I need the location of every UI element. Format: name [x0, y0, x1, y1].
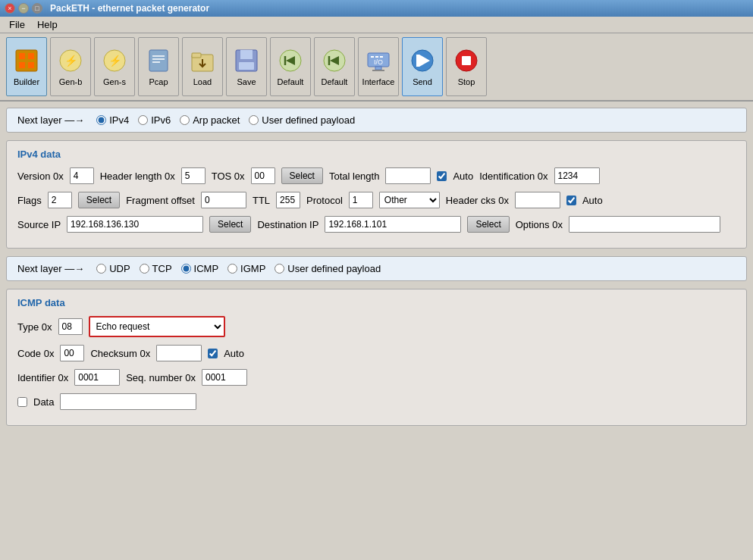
radio-user-payload-top[interactable]: User defined payload — [249, 114, 355, 126]
protocol-dropdown[interactable]: Other TCP UDP ICMP IGMP — [379, 192, 440, 208]
icmp-seq-input[interactable] — [202, 369, 247, 386]
protocol-label: Protocol — [306, 195, 343, 206]
radio-ipv4-input[interactable] — [96, 115, 106, 125]
tos-select-button[interactable]: Select — [281, 167, 323, 184]
dest-ip-input[interactable] — [325, 216, 461, 233]
source-ip-input[interactable] — [67, 216, 203, 233]
toolbar-load-button[interactable]: Load — [182, 37, 223, 96]
svg-rect-1 — [19, 53, 25, 59]
radio-tcp-input[interactable] — [140, 264, 149, 274]
pcap-icon — [145, 47, 172, 74]
close-button[interactable]: × — [5, 3, 15, 14]
icmp-data-input[interactable] — [60, 393, 196, 410]
icmp-code-row: Code 0x Checksum 0x Auto — [17, 345, 736, 361]
radio-udp[interactable]: UDP — [96, 263, 130, 274]
icmp-section: ICMP data Type 0x Echo request Echo repl… — [6, 289, 747, 426]
dest-ip-select-button[interactable]: Select — [467, 216, 509, 233]
toolbar-interface-button[interactable]: I/O Interface — [358, 37, 399, 96]
menu-help[interactable]: Help — [31, 17, 64, 32]
next-layer-top-radio-group: IPv4 IPv6 Arp packet User defined payloa… — [96, 114, 355, 126]
radio-ipv6-input[interactable] — [138, 115, 148, 125]
header-length-label: Header length 0x — [100, 171, 175, 182]
toolbar-default1-label: Default — [278, 77, 304, 86]
fragment-offset-input[interactable] — [201, 192, 246, 208]
menu-file[interactable]: File — [3, 17, 31, 32]
radio-tcp[interactable]: TCP — [140, 263, 172, 274]
toolbar-builder-button[interactable]: Builder — [6, 37, 47, 96]
icmp-checksum-input[interactable] — [156, 345, 202, 361]
radio-igmp[interactable]: IGMP — [227, 263, 265, 274]
icmp-code-input[interactable] — [60, 345, 84, 361]
maximize-button[interactable]: □ — [32, 3, 42, 14]
icmp-id-row: Identifier 0x Seq. number 0x — [17, 369, 736, 386]
source-ip-select-button[interactable]: Select — [209, 216, 251, 233]
identification-label: Identification 0x — [479, 171, 547, 182]
icmp-identifier-input[interactable] — [74, 369, 120, 386]
icmp-checksum-auto-label: Auto — [224, 348, 244, 359]
options-input[interactable] — [569, 216, 720, 233]
svg-text:⚡: ⚡ — [108, 55, 122, 67]
radio-icmp[interactable]: ICMP — [181, 263, 219, 274]
icmp-type-input[interactable] — [58, 318, 83, 335]
toolbar-pcap-button[interactable]: Pcap — [138, 37, 179, 96]
ipv4-section: IPv4 data Version 0x Header length 0x TO… — [6, 140, 747, 249]
title-bar-buttons[interactable]: × − □ — [5, 3, 42, 14]
toolbar-default1-button[interactable]: Default — [270, 37, 311, 96]
flags-select-button[interactable]: Select — [78, 192, 120, 208]
radio-icmp-input[interactable] — [181, 264, 191, 274]
icmp-identifier-label: Identifier 0x — [17, 372, 68, 383]
auto-checkbox-top[interactable] — [437, 171, 447, 181]
icmp-data-checkbox[interactable] — [17, 397, 27, 407]
icmp-checksum-auto-checkbox[interactable] — [208, 349, 218, 358]
total-length-input[interactable] — [385, 167, 431, 184]
header-cks-auto-label: Auto — [582, 195, 603, 206]
toolbar-genb-button[interactable]: ⚡ Gen-b — [50, 37, 91, 96]
toolbar-send-button[interactable]: Send — [402, 37, 443, 96]
radio-user-payload-bottom[interactable]: User defined payload — [275, 263, 381, 274]
builder-icon — [13, 47, 40, 74]
radio-ipv6-label: IPv6 — [151, 114, 171, 126]
toolbar-default2-button[interactable]: Default — [314, 37, 355, 96]
next-layer-bottom-radio-group: UDP TCP ICMP IGMP User defined payload — [96, 263, 381, 274]
radio-user-payload-top-input[interactable] — [249, 115, 259, 125]
radio-udp-label: UDP — [109, 263, 130, 274]
toolbar-save-button[interactable]: Save — [226, 37, 267, 96]
toolbar-builder-label: Builder — [14, 77, 39, 86]
toolbar-stop-button[interactable]: Stop — [446, 37, 487, 96]
send-icon — [409, 47, 436, 74]
radio-ipv6[interactable]: IPv6 — [138, 114, 171, 126]
protocol-input[interactable] — [349, 192, 373, 208]
svg-rect-24 — [372, 70, 384, 71]
radio-arp-input[interactable] — [180, 115, 190, 125]
header-cks-label: Header cks 0x — [446, 195, 509, 206]
svg-rect-4 — [28, 62, 34, 68]
radio-igmp-input[interactable] — [227, 264, 237, 274]
next-layer-top: Next layer —→ IPv4 IPv6 Arp packet User … — [6, 108, 747, 133]
minimize-button[interactable]: − — [18, 3, 29, 14]
toolbar-interface-label: Interface — [362, 77, 395, 86]
toolbar-gens-button[interactable]: ⚡ Gen-s — [94, 37, 135, 96]
flags-label: Flags — [17, 195, 42, 206]
header-cks-auto-checkbox[interactable] — [566, 196, 576, 205]
icmp-type-dropdown[interactable]: Echo request Echo reply Destination unre… — [89, 316, 225, 337]
icmp-seq-label: Seq. number 0x — [126, 372, 196, 383]
radio-user-payload-bottom-input[interactable] — [275, 264, 284, 274]
total-length-label: Total length — [329, 171, 380, 182]
header-cks-input[interactable] — [515, 192, 560, 208]
identification-input[interactable] — [554, 167, 600, 184]
icmp-data-label: Data — [33, 396, 54, 408]
flags-input[interactable] — [48, 192, 72, 208]
tos-input[interactable] — [251, 167, 275, 184]
ttl-input[interactable] — [276, 192, 300, 208]
radio-ipv4[interactable]: IPv4 — [96, 114, 129, 126]
version-input[interactable] — [70, 167, 94, 184]
tos-label: TOS 0x — [212, 171, 245, 182]
radio-udp-input[interactable] — [96, 264, 106, 274]
dest-ip-label: Destination IP — [257, 219, 318, 230]
radio-arp-label: Arp packet — [193, 114, 240, 126]
default1-icon — [277, 47, 304, 74]
toolbar-gens-label: Gen-s — [103, 77, 126, 86]
svg-text:⚡: ⚡ — [64, 55, 78, 67]
radio-arp[interactable]: Arp packet — [180, 114, 240, 126]
header-length-input[interactable] — [181, 167, 206, 184]
